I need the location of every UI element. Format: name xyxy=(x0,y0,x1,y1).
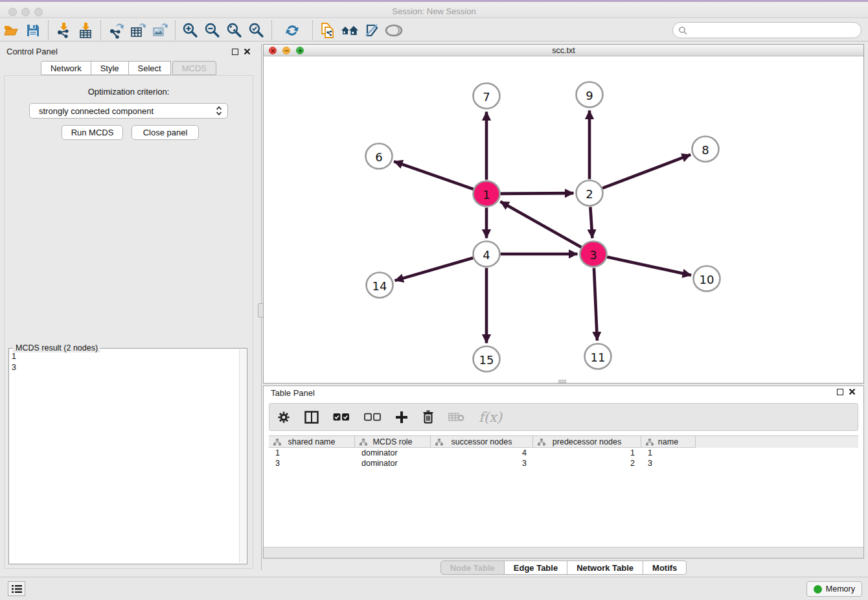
save-session-icon[interactable] xyxy=(22,21,44,40)
column-type-icon xyxy=(360,439,367,446)
birdseye-view-icon[interactable] xyxy=(383,21,405,40)
show-all-networks-icon[interactable] xyxy=(339,21,361,40)
node-table: shared nameMCDS rolesuccessor nodesprede… xyxy=(269,435,858,468)
export-image-icon[interactable] xyxy=(149,21,171,40)
edge-1-2[interactable] xyxy=(500,193,573,194)
unselect-all-columns-icon[interactable] xyxy=(364,413,381,422)
delete-table-icon xyxy=(448,412,464,422)
criterion-value: strongly connected component xyxy=(39,106,216,116)
column-header-successor-nodes[interactable]: successor nodes xyxy=(431,436,533,448)
zoom-out-icon[interactable] xyxy=(201,21,223,40)
table-cell[interactable]: dominator xyxy=(355,448,431,458)
graph-node-11[interactable]: 11 xyxy=(585,344,611,369)
table-cell[interactable]: 1 xyxy=(269,448,355,458)
table-row[interactable]: 3dominator323 xyxy=(269,458,858,468)
import-table-icon[interactable] xyxy=(74,21,97,40)
hide-labels-icon[interactable] xyxy=(361,21,383,40)
export-network-icon[interactable] xyxy=(105,21,127,40)
window-title: Session: New Session xyxy=(0,6,868,16)
edge-3-1[interactable] xyxy=(500,202,581,247)
close-panel-icon[interactable] xyxy=(244,48,251,55)
table-panel-window-icons xyxy=(837,388,856,395)
close-panel-icon[interactable] xyxy=(849,388,856,395)
edge-1-6[interactable] xyxy=(394,161,474,189)
criterion-select[interactable]: strongly connected component xyxy=(29,103,228,119)
toolbar-separator xyxy=(48,21,49,40)
zoom-selected-icon[interactable] xyxy=(246,21,268,40)
close-panel-button[interactable]: Close panel xyxy=(131,125,199,140)
edge-3-11[interactable] xyxy=(594,268,597,340)
apply-layout-icon[interactable] xyxy=(281,21,303,40)
tab-mcds[interactable]: MCDS xyxy=(172,61,216,75)
graph-node-8[interactable]: 8 xyxy=(692,137,719,162)
select-all-columns-icon[interactable] xyxy=(333,413,350,422)
table-cell[interactable]: 3 xyxy=(269,458,355,468)
graph-node-2[interactable]: 2 xyxy=(577,181,603,206)
table-cell[interactable]: dominator xyxy=(355,458,431,468)
float-panel-icon[interactable] xyxy=(837,389,843,395)
import-network-icon[interactable] xyxy=(52,21,74,40)
graph-node-10[interactable]: 10 xyxy=(694,266,720,292)
graph-node-6[interactable]: 6 xyxy=(366,144,393,169)
graph-node-3[interactable]: 3 xyxy=(580,242,607,267)
tab-motifs[interactable]: Motifs xyxy=(643,560,687,575)
list-icon xyxy=(12,584,22,594)
result-scrollbar[interactable] xyxy=(239,349,246,563)
edge-4-14[interactable] xyxy=(395,258,474,281)
graph-node-7[interactable]: 7 xyxy=(474,84,500,109)
float-panel-icon[interactable] xyxy=(232,49,238,55)
export-table-icon[interactable] xyxy=(127,21,149,40)
table-cell[interactable]: 3 xyxy=(641,458,696,468)
table-cell[interactable]: 2 xyxy=(533,458,641,468)
column-type-icon xyxy=(646,439,654,446)
edge-2-8[interactable] xyxy=(602,155,691,189)
network-window-titlebar[interactable]: scc.txt xyxy=(264,45,863,56)
tab-network[interactable]: Network xyxy=(41,61,91,75)
search-input[interactable] xyxy=(687,26,861,35)
search-box[interactable] xyxy=(672,22,862,38)
column-header-shared-name[interactable]: shared name xyxy=(269,436,355,448)
graph-node-1[interactable]: 1 xyxy=(474,181,500,207)
column-header-MCDS-role[interactable]: MCDS role xyxy=(355,436,431,448)
table-cell[interactable]: 1 xyxy=(641,448,696,458)
mcds-result-box: MCDS result (2 nodes) 1 3 xyxy=(8,348,247,564)
graph-node-4[interactable]: 4 xyxy=(474,242,500,267)
column-header-name[interactable]: name xyxy=(641,436,696,448)
mcds-result-text[interactable]: 1 3 xyxy=(12,351,238,561)
table-row[interactable]: 1dominator411 xyxy=(269,448,858,458)
memory-status-icon xyxy=(814,585,822,594)
graph-node-9[interactable]: 9 xyxy=(577,82,603,108)
tab-select[interactable]: Select xyxy=(129,61,171,75)
copy-network-icon[interactable] xyxy=(317,21,339,40)
tab-style[interactable]: Style xyxy=(91,61,129,75)
run-mcds-button[interactable]: Run MCDS xyxy=(62,125,123,140)
column-type-icon xyxy=(538,439,545,446)
table-cell[interactable]: 3 xyxy=(431,458,533,468)
edge-2-3[interactable] xyxy=(590,207,592,238)
column-header-predecessor-nodes[interactable]: predecessor nodes xyxy=(533,436,641,448)
zoom-in-icon[interactable] xyxy=(179,21,201,40)
node-label: 14 xyxy=(372,279,387,293)
task-history-button[interactable] xyxy=(8,581,25,596)
graph-node-15[interactable]: 15 xyxy=(474,347,500,372)
table-cell[interactable]: 4 xyxy=(431,448,533,458)
split-panel-icon[interactable] xyxy=(304,411,319,424)
table-cell[interactable]: 1 xyxy=(533,448,641,458)
function-builder-icon: f(x) xyxy=(479,410,502,425)
horizontal-splitter-handle[interactable] xyxy=(558,380,566,383)
delete-column-icon[interactable] xyxy=(422,410,434,424)
tab-edge-table[interactable]: Edge Table xyxy=(505,560,567,575)
memory-button[interactable]: Memory xyxy=(806,581,862,597)
table-settings-icon[interactable] xyxy=(277,411,290,424)
edge-3-10[interactable] xyxy=(607,257,691,275)
network-canvas[interactable]: 7968124314101511 xyxy=(264,57,863,383)
tab-network-table[interactable]: Network Table xyxy=(567,560,643,575)
open-file-icon[interactable] xyxy=(0,21,22,40)
node-label: 15 xyxy=(479,353,494,367)
add-column-icon[interactable] xyxy=(395,411,408,424)
graph-node-14[interactable]: 14 xyxy=(367,273,393,298)
zoom-fit-icon[interactable] xyxy=(223,21,246,40)
tab-node-table[interactable]: Node Table xyxy=(440,560,505,575)
table-toolbar: f(x) xyxy=(269,403,858,431)
column-type-icon xyxy=(273,439,281,446)
